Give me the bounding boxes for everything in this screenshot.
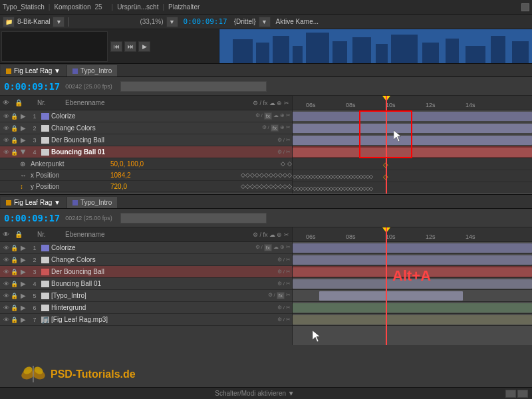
table-row[interactable]: 👁 🔒 ▶ 2 Change Colors ⚙ / fx ⊕ ✂: [0, 122, 292, 134]
expand-btn[interactable]: ▶: [19, 316, 28, 323]
cursor-2: [313, 331, 321, 344]
switch-icon: ⚙: [255, 244, 260, 251]
layer-controls: ⚙ / ✂: [277, 149, 291, 155]
prop-value: 50,0, 100,0: [110, 160, 281, 168]
eye-toggle[interactable]: 👁: [1, 113, 11, 120]
svg-rect-2: [256, 43, 269, 63]
layer-name: Der Bouncing Ball: [51, 268, 277, 275]
lock-icon: 🔒: [11, 257, 19, 263]
name-col2: Ebenenname: [65, 231, 247, 238]
watermark-logo-svg: [20, 362, 47, 386]
search-input-2[interactable]: [120, 213, 267, 223]
channel-icon[interactable]: 📁: [3, 17, 15, 27]
komposition-num: 25: [94, 3, 102, 11]
platzhalter-label: Platzhalter: [168, 3, 200, 11]
zoom-menu[interactable]: ▼: [166, 17, 178, 27]
layer-area-1: 👁 🔒 Nr. Ebenenname ⚙ / fx ☁ ⊕ ✂ 👁 🔒 ▶ 1 …: [0, 96, 532, 194]
eye-toggle[interactable]: 👁: [1, 269, 11, 275]
eye-toggle[interactable]: 👁: [1, 125, 11, 132]
table-row[interactable]: 👁 🔒 ▶ 5 [Typo_Intro] ⚙/ fx ✂: [0, 290, 292, 302]
layer-name: Change Colors: [51, 256, 277, 263]
track-row-2-colorize: [293, 242, 532, 254]
preview-btn3[interactable]: ▶: [138, 41, 150, 52]
table-row[interactable]: 👁 🔒 ▶ 6 Hintergrund ⚙/✂: [0, 302, 292, 314]
ruler-10s: 10s: [386, 102, 396, 108]
table-row[interactable]: 👁 🔒 ▶ 4 Bouncing Ball 01 ⚙ / ✂: [0, 146, 292, 158]
table-row[interactable]: 👁 🔒 ▶ 7 🎵 [Fig Leaf Rag.mp3] ⚙/✂: [0, 314, 292, 326]
track-row-2-hintergrund: [293, 302, 532, 314]
expand-btn[interactable]: ▶: [19, 244, 28, 251]
lock-icon: 🔒: [11, 281, 19, 287]
eye-toggle[interactable]: 👁: [1, 149, 11, 156]
table-row[interactable]: 👁 🔒 ▶ 3 Der Bouncing Ball ⚙/✂: [0, 266, 292, 278]
ursprung-label: Ursprün...scht: [117, 3, 158, 11]
thirds-menu[interactable]: ▼: [259, 17, 271, 27]
track-bar: [319, 291, 463, 301]
eye-col: 👁: [3, 99, 12, 106]
comp-tab-fig-leaf-2[interactable]: Fig Leaf Rag ▼: [0, 196, 66, 208]
ypos-icon: ↕: [20, 183, 31, 190]
table-row[interactable]: 👁 🔒 ▶ 4 Bouncing Ball 01 ⚙/✂: [0, 278, 292, 290]
table-row[interactable]: 👁 🔒 ▶ 2 Change Colors ⚙/✂: [0, 254, 292, 266]
table-row[interactable]: 👁 🔒 ▶ 1 Colorize ⚙ / fx ☁⊕✂: [0, 242, 292, 254]
layer-header-1: 👁 🔒 Nr. Ebenenname ⚙ / fx ☁ ⊕ ✂: [0, 96, 292, 110]
layer-name: Change Colors: [51, 124, 262, 132]
typo-statisch-label: Typo_Statisch: [3, 3, 45, 11]
channel-menu[interactable]: ▼: [53, 17, 65, 27]
expand-btn[interactable]: ▶: [19, 256, 28, 263]
track-row-xpos: ◇◇◇◇◇◇◇◇◇◇◇◇◇◇◇◇◇◇◇◇◇◇◇◇ ◇: [293, 170, 532, 182]
expand-btn[interactable]: ▶: [19, 136, 28, 144]
scroll-handle[interactable]: [521, 3, 529, 11]
top-toolbar-area: Typo_Statisch | Komposition 25 | Ursprün…: [0, 0, 532, 29]
fx-badge: fx: [264, 112, 272, 120]
tab-dot-2: [72, 68, 78, 74]
controls-col2: ⚙ / fx ☁ ⊕ ✂: [249, 231, 289, 238]
expand-btn[interactable]: ▶: [19, 280, 28, 287]
eye-toggle[interactable]: 👁: [1, 281, 11, 287]
preview-btn2[interactable]: ⏭: [124, 41, 136, 52]
table-row[interactable]: 👁 🔒 ▶ 3 Der Bouncing Ball ⚙ / ✂: [0, 134, 292, 146]
eye-toggle[interactable]: 👁: [1, 293, 11, 299]
table-row[interactable]: 👁 🔒 ▶ 1 Colorize ⚙ / fx ☁ ⊕ ✂: [0, 110, 292, 122]
expand-btn[interactable]: ▶: [20, 148, 27, 157]
search-input-1[interactable]: [120, 81, 267, 92]
preview-left: ⏮ ⏭ ▶: [0, 29, 219, 63]
thirds-label: {Drittel}: [234, 18, 256, 25]
eye-toggle[interactable]: 👁: [1, 305, 11, 311]
lock-icon: 🔒: [11, 113, 19, 120]
lock-icon: 🔒: [11, 305, 19, 311]
prop-value: 720,0: [110, 183, 241, 190]
time-row-2: 0:00:09:17 00242 (25.00 fps): [0, 209, 532, 227]
zoom-label: (33,1%): [140, 18, 163, 25]
prop-value: 1084,2: [110, 172, 241, 179]
eye-toggle[interactable]: 👁: [1, 257, 11, 263]
layer-color-swatch: [41, 113, 49, 120]
layer-color-swatch: [41, 245, 49, 251]
expand-btn[interactable]: ▶: [19, 292, 28, 299]
playhead-line-2: [386, 227, 387, 345]
comp-tabs-2: Fig Leaf Rag ▼ Typo_Intro: [0, 196, 532, 209]
timeline-tracks-1: 06s 08s 10s 12s 14s: [293, 96, 532, 194]
name-col: Ebenenname: [65, 99, 247, 106]
comp-tab-typo-intro-1[interactable]: Typo_Intro: [66, 65, 118, 76]
layer-name: Bouncing Ball 01: [51, 280, 277, 287]
lock-icon: 🔒: [11, 293, 19, 299]
divider-icon: /: [283, 149, 285, 155]
track-row-2-changecolors: [293, 254, 532, 266]
eye-toggle[interactable]: 👁: [1, 245, 11, 251]
eye-toggle[interactable]: 👁: [1, 317, 11, 323]
preview-btn1[interactable]: ⏮: [110, 41, 122, 52]
divider-icon: /: [283, 137, 285, 143]
status-btn-right[interactable]: [517, 390, 528, 398]
switch-icon: ⚙: [277, 137, 282, 143]
expand-btn[interactable]: ▶: [19, 124, 28, 132]
expand-btn[interactable]: ▶: [19, 112, 28, 120]
status-btn-left[interactable]: [505, 390, 516, 398]
comp-tab-typo-intro-2[interactable]: Typo_Intro: [66, 196, 118, 208]
comp-tab-fig-leaf-1[interactable]: Fig Leaf Rag ▼: [0, 65, 66, 76]
expand-btn[interactable]: ▶: [19, 304, 28, 311]
eye-toggle[interactable]: 👁: [1, 137, 11, 144]
expand-btn[interactable]: ▶: [19, 268, 28, 275]
status-bar: Schalter/Modi aktivieren ▼: [0, 387, 532, 399]
cloud-icon: ☁: [273, 112, 279, 120]
